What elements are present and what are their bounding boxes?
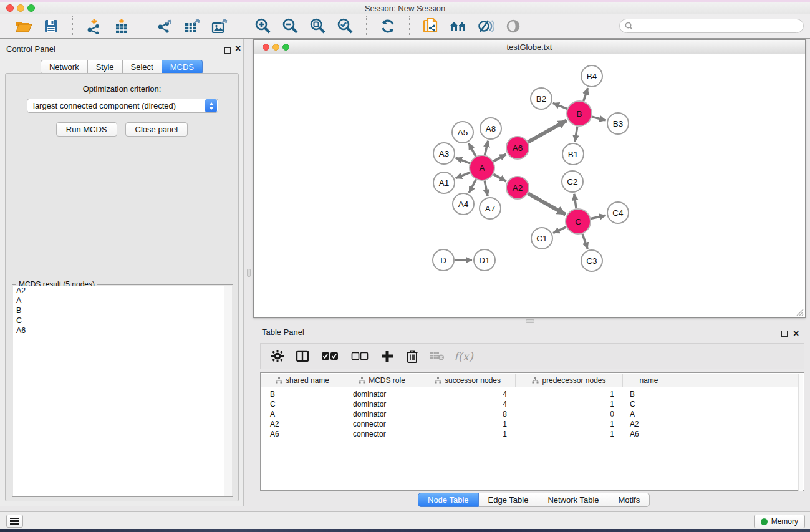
open-session-button[interactable] (10, 16, 37, 37)
table-row[interactable]: A2connector11A2 (261, 419, 799, 429)
graph-edge-C-C2[interactable] (574, 194, 576, 208)
graph-node-A2[interactable]: A2 (506, 177, 529, 199)
function-builder-button[interactable]: f(x) (454, 350, 473, 363)
zoom-in-button[interactable] (249, 16, 276, 37)
save-session-button[interactable] (37, 16, 65, 37)
column-header-mcds-role[interactable]: MCDS role (344, 374, 420, 387)
graph-node-B4[interactable]: B4 (581, 65, 602, 87)
graph-edge-A-A6[interactable] (493, 154, 506, 161)
graph-edge-A2-C[interactable] (528, 193, 566, 215)
cell-name[interactable]: A6 (623, 429, 675, 439)
run-mcds-button[interactable]: Run MCDS (56, 122, 117, 137)
import-table-button[interactable] (108, 16, 135, 37)
close-panel-icon[interactable]: × (235, 46, 241, 52)
column-header-name[interactable]: name (623, 374, 675, 387)
cell-mcds-role[interactable]: dominator (344, 409, 420, 419)
clone-network-button[interactable] (417, 16, 445, 37)
graph-node-A1[interactable]: A1 (433, 172, 455, 193)
refresh-button[interactable] (374, 16, 402, 37)
add-column-button[interactable] (379, 347, 395, 365)
cell-predecessor-nodes[interactable]: 1 (516, 429, 623, 439)
graph-edge-A-A3[interactable] (456, 158, 470, 163)
horizontal-split-grip[interactable] (526, 319, 534, 323)
criterion-select[interactable]: largest connected component (directed) (27, 99, 218, 113)
import-network-button[interactable] (80, 16, 108, 37)
graph-edge-C-C3[interactable] (582, 234, 587, 249)
graph-edge-A-A2[interactable] (493, 174, 506, 181)
tab-network[interactable]: Network (41, 60, 88, 74)
graph-edge-A-A5[interactable] (469, 143, 476, 157)
graph-edge-B-B2[interactable] (553, 103, 567, 109)
zoom-fit-button[interactable] (304, 16, 331, 37)
cell-shared-name[interactable]: B (261, 389, 344, 399)
table-row[interactable]: Adominator80A (261, 409, 799, 419)
tab-edge-table[interactable]: Edge Table (479, 493, 539, 507)
table-row[interactable]: Cdominator41C (261, 399, 799, 409)
graph-node-C1[interactable]: C1 (531, 228, 552, 249)
vertical-split-grip[interactable] (247, 269, 251, 277)
memory-status-button[interactable]: Memory (754, 515, 805, 528)
graph-node-A6[interactable]: A6 (506, 137, 529, 159)
cell-predecessor-nodes[interactable]: 1 (516, 399, 623, 409)
graph-node-A8[interactable]: A8 (480, 118, 501, 139)
search-input[interactable] (636, 20, 803, 32)
export-network-button[interactable] (151, 16, 178, 37)
mcds-result-item[interactable]: A2 (13, 286, 224, 296)
graph-edge-B-B3[interactable] (592, 117, 605, 120)
graph-edge-A-A8[interactable] (485, 141, 488, 155)
deselect-all-button[interactable] (349, 347, 370, 365)
delete-table-button[interactable] (429, 347, 445, 365)
float-table-panel-icon[interactable] (781, 328, 788, 339)
graph-edge-A-A4[interactable] (469, 180, 476, 193)
tab-style[interactable]: Style (88, 60, 123, 74)
cell-successor-nodes[interactable]: 8 (420, 409, 516, 419)
cell-shared-name[interactable]: A2 (261, 419, 344, 429)
cell-successor-nodes[interactable]: 1 (420, 429, 516, 439)
search-field[interactable] (619, 19, 804, 33)
graph-node-B3[interactable]: B3 (607, 113, 629, 134)
table-row[interactable]: Bdominator41B (261, 389, 799, 399)
graph-node-C[interactable]: C (566, 209, 591, 234)
graph-node-A3[interactable]: A3 (433, 143, 455, 164)
table-scrollbar[interactable] (798, 374, 803, 491)
network-window-titlebar[interactable]: testGlobe.txt (254, 40, 805, 54)
cell-name[interactable]: A2 (623, 419, 675, 429)
cell-mcds-role[interactable]: connector (344, 419, 420, 429)
cell-shared-name[interactable]: A (261, 409, 344, 419)
table-row[interactable]: A6connector11A6 (261, 429, 799, 439)
graph-node-A5[interactable]: A5 (452, 122, 473, 143)
graph-edge-B-B4[interactable] (584, 88, 588, 101)
cell-mcds-role[interactable]: dominator (344, 389, 420, 399)
column-header-shared-name[interactable]: shared name (261, 374, 344, 387)
graph-node-A7[interactable]: A7 (480, 198, 501, 219)
network-canvas[interactable]: B4B2BB3A5A8A6A3B1AC2A1A2A4A7C4CC1C3DD1 (254, 54, 805, 317)
graph-node-B1[interactable]: B1 (562, 143, 584, 165)
cell-mcds-role[interactable]: connector (344, 429, 420, 439)
zoom-out-button[interactable] (276, 16, 304, 37)
cell-mcds-role[interactable]: dominator (344, 399, 420, 409)
graph-edge-C-C4[interactable] (591, 215, 606, 218)
graph-node-D1[interactable]: D1 (474, 249, 495, 271)
graph-edge-A-A7[interactable] (485, 181, 488, 196)
graph-edge-C-C1[interactable] (553, 227, 566, 233)
graph-edge-A6-B[interactable] (528, 120, 567, 142)
show-columns-button[interactable] (294, 347, 311, 365)
export-image-button[interactable] (206, 16, 233, 37)
table-options-gear-button[interactable] (269, 347, 286, 365)
close-panel-button[interactable]: Close panel (125, 122, 188, 137)
cell-name[interactable]: A (623, 409, 675, 419)
cell-successor-nodes[interactable]: 4 (420, 389, 516, 399)
export-table-button[interactable] (178, 16, 206, 37)
graph-edge-A-A1[interactable] (456, 173, 470, 178)
zoom-selected-button[interactable] (331, 16, 359, 37)
graph-node-A[interactable]: A (470, 155, 494, 180)
hide-graphics-details-button[interactable] (472, 16, 499, 37)
graph-node-B[interactable]: B (567, 101, 592, 126)
tab-network-table[interactable]: Network Table (538, 493, 609, 507)
graph-node-C2[interactable]: C2 (562, 171, 583, 192)
graph-node-B2[interactable]: B2 (531, 88, 552, 109)
graph-node-C3[interactable]: C3 (581, 250, 602, 271)
column-header-predecessor-nodes[interactable]: predecessor nodes (516, 374, 623, 387)
tab-mcds[interactable]: MCDS (162, 60, 203, 74)
column-header-successor-nodes[interactable]: successor nodes (420, 374, 516, 387)
